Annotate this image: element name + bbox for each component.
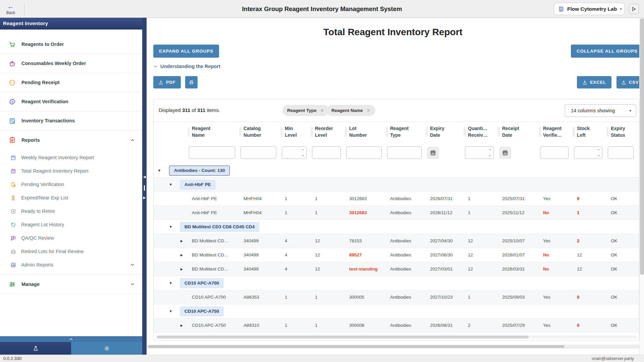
- filter-input-catalog[interactable]: [240, 146, 276, 159]
- column-resize-handle[interactable]: [573, 128, 575, 136]
- column-header-expiry[interactable]: ExpiryDate: [426, 122, 464, 142]
- filter-input-reorder[interactable]: [312, 146, 341, 159]
- lab-tools-button[interactable]: [0, 342, 71, 355]
- filter-date-button-expiry[interactable]: [427, 147, 439, 159]
- cell-expiry: 2027/06/30: [426, 252, 464, 257]
- column-header-receipt[interactable]: ReceiptDate: [498, 122, 539, 142]
- sidebar-item-reports[interactable]: Reports: [0, 130, 142, 149]
- print-button[interactable]: [185, 76, 198, 88]
- sidebar-item-total-reagent-inventory-report[interactable]: Total Reagent Inventory Report: [0, 164, 142, 178]
- page-horizontal-scrollbar[interactable]: [147, 345, 644, 349]
- scrollbar-thumb[interactable]: [148, 345, 565, 348]
- collapse-group-icon[interactable]: ▼: [169, 225, 172, 229]
- subgroup-chip[interactable]: Anti-HbF PE: [180, 180, 216, 190]
- column-header-qty[interactable]: Quanti…Receiv…: [464, 122, 498, 142]
- remove-group-icon[interactable]: [320, 108, 324, 113]
- remove-group-icon[interactable]: [366, 108, 371, 113]
- subgroup-row: ▼BD Multitest CD3 CD8 CD45 CD4: [154, 220, 639, 234]
- column-header-reorder[interactable]: ReorderLevel: [311, 122, 345, 142]
- column-header-status[interactable]: ExpiryStatus: [607, 122, 638, 142]
- cell-receipt: 2026/01/07: [498, 252, 539, 257]
- collapse-left-icon[interactable]: ◀: [142, 175, 147, 179]
- understanding-report-toggle[interactable]: Understanding the Report: [153, 64, 220, 69]
- sidebar-item-manage[interactable]: Manage: [0, 275, 142, 294]
- group-chip[interactable]: Antibodies - Count: 130: [169, 166, 230, 176]
- filter-input-name[interactable]: [189, 146, 235, 159]
- column-resize-handle[interactable]: [386, 128, 388, 136]
- sidebar-item-label: Reagent Verification: [21, 99, 68, 104]
- column-resize-handle[interactable]: [464, 128, 466, 136]
- logout-button[interactable]: [629, 4, 639, 14]
- subgroup-chip[interactable]: CD10 APC-A750: [180, 306, 224, 316]
- column-header-catalog[interactable]: CatalogNumber: [240, 122, 281, 142]
- resize-handle[interactable]: [144, 185, 145, 191]
- expand-row-icon[interactable]: ▶: [180, 324, 183, 327]
- download-excel-button[interactable]: EXCEL: [577, 76, 611, 88]
- page-vertical-scrollbar[interactable]: [639, 18, 644, 355]
- collapse-all-groups-button[interactable]: COLLAPSE ALL GROUPS: [571, 45, 643, 58]
- column-resize-handle[interactable]: [498, 128, 500, 136]
- table-row: Anti-HbF PEMHFH04113012683Antibodies2026…: [154, 206, 639, 220]
- sidebar-item-ready-to-retire[interactable]: Ready to Retire: [0, 204, 142, 218]
- group-chip-reagent-name[interactable]: Reagent Name: [327, 105, 375, 116]
- subgroup-chip[interactable]: CD10 APC-A700: [180, 278, 224, 288]
- filter-input-lot[interactable]: [346, 146, 382, 159]
- collapse-group-icon[interactable]: ▼: [169, 281, 172, 285]
- column-header-rtype[interactable]: ReagentType: [386, 122, 426, 142]
- column-header-min[interactable]: MinLevel: [281, 122, 311, 142]
- sidebar-item-consumables-weekly-order[interactable]: Consumables Weekly Order: [0, 54, 142, 73]
- sidebar-item-reagents-to-order[interactable]: Reagents to Order: [0, 35, 142, 54]
- column-header-name[interactable]: ReagentName: [188, 122, 240, 142]
- column-resize-handle[interactable]: [281, 128, 282, 136]
- cell-name: BD Multitest CD…: [188, 238, 240, 243]
- sidebar-item-reagent-lot-history[interactable]: Reagent Lot History: [0, 218, 142, 231]
- expand-right-icon[interactable]: ▶: [142, 196, 147, 199]
- scrollbar-thumb[interactable]: [640, 18, 644, 275]
- sidebar-item-inventory-transactions[interactable]: Inventory Transactions: [0, 111, 142, 130]
- filter-input-status[interactable]: [608, 146, 634, 159]
- sidebar-item-retired-lots-for-final-review[interactable]: Retired Lots for Final Review: [0, 245, 142, 258]
- filter-date-button-receipt[interactable]: [499, 147, 511, 159]
- sidebar-collapse-bar[interactable]: [0, 336, 142, 342]
- columns-dropdown[interactable]: 14 columns showing ▾: [565, 104, 636, 117]
- collapse-group-icon[interactable]: ▼: [169, 183, 172, 186]
- column-resize-handle[interactable]: [311, 128, 313, 136]
- collapse-group-icon[interactable]: ▼: [158, 169, 161, 172]
- column-resize-handle[interactable]: [345, 128, 347, 136]
- column-resize-handle[interactable]: [539, 128, 541, 136]
- number-stepper[interactable]: [301, 148, 305, 157]
- scrollbar-thumb[interactable]: [157, 336, 529, 339]
- cell-verified: Yes: [539, 323, 573, 328]
- sidebar-resize-edge[interactable]: ◀ ▶: [142, 18, 147, 355]
- column-resize-handle[interactable]: [188, 128, 190, 136]
- column-resize-handle[interactable]: [239, 128, 241, 136]
- expand-row-icon[interactable]: ▶: [180, 239, 183, 243]
- number-stepper[interactable]: [488, 148, 492, 157]
- download-pdf-button[interactable]: PDF: [153, 76, 181, 88]
- lab-selector[interactable]: Flow Cytometry Lab ▾: [554, 3, 625, 15]
- number-stepper[interactable]: [597, 148, 600, 157]
- column-header-verified[interactable]: ReagentVerifie…: [539, 122, 573, 142]
- sidebar-item-expired-near-exp-list[interactable]: Expired/Near Exp List: [0, 191, 142, 204]
- table-horizontal-scrollbar[interactable]: [156, 336, 637, 339]
- sidebar-item-admin-reports[interactable]: Admin Reports: [0, 258, 142, 272]
- sidebar-item-qa-qc-review[interactable]: QA/QC Review: [0, 231, 142, 245]
- column-header-stock[interactable]: StockLeft: [573, 122, 607, 142]
- group-chip-reagent-type[interactable]: Reagent Type: [282, 105, 329, 116]
- column-resize-handle[interactable]: [426, 128, 428, 136]
- column-resize-handle[interactable]: [607, 128, 608, 136]
- sidebar-item-pending-receipt[interactable]: Pending Receipt: [0, 73, 142, 92]
- filter-input-rtype[interactable]: [387, 146, 422, 159]
- collapse-group-icon[interactable]: ▼: [169, 309, 172, 313]
- hourglass-icon: [10, 195, 16, 201]
- sidebar-item-weekly-reagent-inventory-report[interactable]: Weekly Reagent Inventory Report: [0, 151, 142, 164]
- column-header-lot[interactable]: LotNumber: [345, 122, 386, 142]
- subgroup-chip[interactable]: BD Multitest CD3 CD8 CD45 CD4: [180, 222, 259, 232]
- expand-row-icon[interactable]: ▶: [180, 267, 183, 271]
- expand-all-groups-button[interactable]: EXPAND ALL GROUPS: [153, 45, 219, 58]
- filter-input-verified[interactable]: [540, 146, 569, 159]
- expand-row-icon[interactable]: ▶: [180, 253, 183, 257]
- sidebar-item-pending-verification[interactable]: Pending Verification: [0, 178, 142, 191]
- sidebar-item-reagent-verification[interactable]: Reagent Verification: [0, 92, 142, 111]
- settings-button[interactable]: [71, 342, 142, 355]
